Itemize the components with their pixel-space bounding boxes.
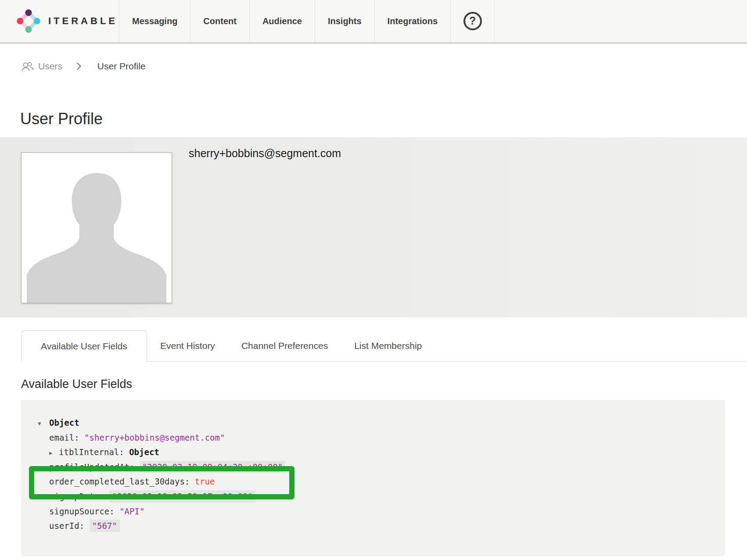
- avatar: [21, 152, 172, 303]
- brand-name: ITERABLE: [48, 15, 118, 27]
- breadcrumb-users-link[interactable]: Users: [21, 61, 62, 72]
- tab-event-history[interactable]: Event History: [147, 330, 228, 361]
- field-row-itblinternal: ▸itblInternal: Object: [49, 445, 716, 460]
- user-email: sherry+bobbins@segment.com: [189, 147, 341, 160]
- tab-list-membership[interactable]: List Membership: [341, 330, 435, 361]
- users-icon: [21, 61, 34, 72]
- tab-available-user-fields[interactable]: Available User Fields: [21, 330, 147, 361]
- nav-item-insights[interactable]: Insights: [315, 0, 375, 42]
- tab-channel-preferences[interactable]: Channel Preferences: [228, 330, 341, 361]
- field-value: "2020-03-19 03:39:17 +00:00": [109, 490, 255, 503]
- profile-tabs: Available User FieldsEvent HistoryChanne…: [21, 330, 747, 362]
- breadcrumb: Users User Profile: [21, 60, 146, 73]
- field-row-order-completed-last-30days: order_completed_last_30days: true: [49, 474, 716, 489]
- nav-item-label: Content: [203, 16, 237, 26]
- breadcrumb-current-page: User Profile: [97, 61, 146, 72]
- breadcrumb-users-label: Users: [38, 61, 62, 72]
- expanded-arrow-icon[interactable]: ▾: [38, 416, 49, 431]
- nav-item-label: Audience: [262, 16, 302, 26]
- field-value: Object: [129, 447, 159, 457]
- field-value: true: [195, 477, 215, 486]
- page-title: User Profile: [20, 110, 103, 128]
- field-key: itblInternal: [59, 447, 119, 457]
- help-button[interactable]: ?: [451, 0, 495, 42]
- field-row-profileupdatedat: profileUpdatedAt: "2020-03-19 09:04:30 +…: [49, 460, 716, 475]
- avatar-placeholder-icon: [22, 153, 172, 303]
- nav-item-audience[interactable]: Audience: [250, 0, 315, 42]
- field-value: "567": [90, 520, 120, 532]
- field-key: profileUpdatedAt: [49, 462, 129, 472]
- json-root-row: ▾Object: [38, 416, 716, 431]
- json-rows: email: "sherry+bobbins@segment.com"▸itbl…: [38, 431, 716, 534]
- field-row-email: email: "sherry+bobbins@segment.com": [49, 431, 716, 445]
- field-key: order_completed_last_30days: [49, 477, 185, 486]
- field-value: "API": [119, 506, 144, 516]
- field-key: signupDate: [49, 492, 99, 501]
- nav-item-label: Integrations: [388, 16, 438, 26]
- field-row-signupdate: signupDate: "2020-03-19 03:39:17 +00:00": [49, 489, 716, 504]
- nav-item-integrations[interactable]: Integrations: [375, 0, 451, 42]
- collapsed-arrow-icon[interactable]: ▸: [49, 446, 59, 461]
- nav-item-content[interactable]: Content: [190, 0, 250, 42]
- profile-header-section: sherry+bobbins@segment.com: [0, 137, 747, 317]
- help-question-icon: ?: [463, 12, 482, 30]
- breadcrumb-chevron-icon: [76, 62, 82, 70]
- field-row-signupsource: signupSource: "API": [49, 504, 716, 519]
- top-navigation-bar: ITERABLE MessagingContentAudienceInsight…: [0, 0, 747, 44]
- nav-item-label: Messaging: [132, 16, 177, 26]
- field-row-userid: userId: "567": [49, 519, 716, 534]
- json-root-label: Object: [49, 418, 79, 427]
- nav-item-messaging[interactable]: Messaging: [119, 0, 190, 42]
- field-value: "2020-03-19 09:04:30 +00:00": [140, 461, 285, 473]
- section-heading: Available User Fields: [21, 377, 132, 391]
- nav-item-label: Insights: [328, 16, 362, 26]
- nav-items: MessagingContentAudienceInsightsIntegrat…: [119, 0, 451, 42]
- field-key: email: [49, 433, 74, 442]
- field-key: userId: [49, 521, 79, 531]
- field-key: signupSource: [49, 506, 109, 516]
- field-value: "sherry+bobbins@segment.com": [84, 433, 225, 442]
- user-fields-json-viewer: ▾Object email: "sherry+bobbins@segment.c…: [21, 400, 725, 556]
- iterable-logo[interactable]: ITERABLE: [0, 0, 119, 42]
- iterable-logo-icon: [16, 8, 41, 34]
